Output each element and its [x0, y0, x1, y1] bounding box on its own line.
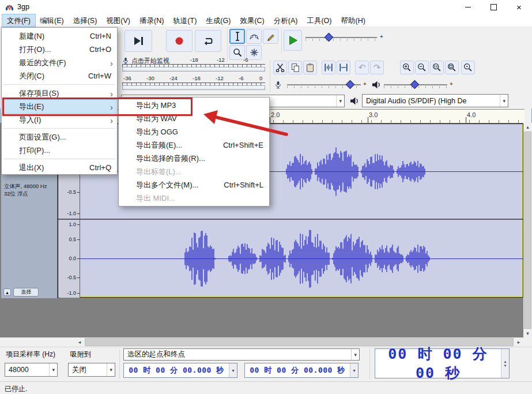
trim-audio-button[interactable] — [322, 61, 335, 74]
menu-item-export-multiple[interactable]: 导出多个文件(M)...Ctrl+Shift+L — [119, 178, 269, 192]
menu-item-export[interactable]: 导出(E)› — [2, 100, 117, 113]
redo-button[interactable]: ↷ — [370, 61, 384, 74]
meter-scale-tick: -36 — [123, 75, 131, 81]
menu-analyze[interactable]: 分析(A) — [269, 14, 303, 27]
selection-end-field[interactable]: 00 时 00 分 00.000 秒 ▾ — [244, 363, 359, 378]
menu-generate[interactable]: 生成(G) — [201, 14, 235, 27]
undo-icon: ↶ — [359, 62, 366, 73]
maximize-button[interactable] — [481, 0, 506, 14]
menu-item-open[interactable]: 打开(O)...Ctrl+O — [2, 43, 117, 56]
audio-position-field[interactable]: 00 时 00 分 00 秒 ▴▾ — [375, 348, 510, 378]
menu-item-export-labels[interactable]: 导出标签(L)... — [119, 165, 269, 178]
menu-item-recent-files[interactable]: 最近的文件(F)› — [2, 56, 117, 69]
menu-effect[interactable]: 效果(C) — [235, 14, 269, 27]
record-icon — [174, 36, 184, 46]
track-select-button[interactable]: 选择 — [13, 288, 39, 297]
project-rate-combo[interactable]: 48000 ▾ — [5, 363, 58, 377]
playback-volume-icon — [371, 80, 382, 90]
fit-project-icon — [447, 62, 457, 73]
menu-separator — [3, 159, 115, 159]
scroll-right-button[interactable]: ▸ — [514, 337, 523, 347]
zoom-out-button[interactable] — [415, 61, 429, 74]
copy-button[interactable] — [288, 61, 302, 74]
recording-volume-icon — [274, 80, 282, 90]
meter-scale-tick: 0 — [259, 75, 262, 81]
collapse-icon: ▴ — [6, 290, 9, 295]
silence-audio-button[interactable] — [337, 61, 350, 74]
menu-tracks[interactable]: 轨道(T) — [168, 14, 201, 27]
menu-item-export-ogg[interactable]: 导出为 OGG — [119, 125, 269, 138]
scroll-left-button[interactable]: ◂ — [75, 337, 84, 347]
meter-scale-tick: -30 — [146, 75, 154, 81]
cut-button[interactable] — [273, 61, 287, 74]
menu-edit[interactable]: 编辑(E) — [35, 14, 69, 27]
zoom-toggle-button[interactable] — [461, 61, 475, 74]
envelope-tool-button[interactable] — [246, 29, 262, 44]
menu-tools[interactable]: 工具(O) — [302, 14, 336, 27]
combo-arrow-icon: ▾ — [351, 349, 359, 360]
playback-device-combo[interactable]: Digital Audio (S/PDIF) (High De ▾ — [362, 94, 508, 107]
menu-item-export-midi[interactable]: 导出 MIDI... — [119, 192, 269, 205]
meter-toolbar[interactable]: 点击开始监视 -18 -12 -6 -36 -30 -24 -18 -12 -6… — [120, 53, 267, 92]
track-collapse-button[interactable]: ▴ — [3, 288, 11, 296]
vertical-scroll-thumb[interactable] — [524, 132, 531, 329]
empty-track-space — [0, 299, 523, 337]
menu-select[interactable]: 选择(S) — [69, 14, 102, 27]
menu-separator — [3, 128, 115, 129]
paste-icon — [305, 62, 315, 73]
playback-volume-slider[interactable] — [384, 80, 447, 91]
selection-tool-button[interactable] — [229, 29, 245, 44]
menu-item-new[interactable]: 新建(N)Ctrl+N — [2, 29, 117, 43]
project-rate-label: 项目采样率 (Hz) — [6, 350, 55, 359]
menu-item-close[interactable]: 关闭(C)Ctrl+W — [2, 69, 117, 82]
minimize-button[interactable] — [455, 0, 481, 14]
snap-to-combo[interactable]: 关闭 ▾ — [68, 363, 115, 377]
skip-to-end-button[interactable] — [124, 30, 152, 52]
loop-icon — [202, 35, 214, 47]
loop-button[interactable] — [195, 30, 221, 52]
paste-button[interactable] — [303, 61, 317, 74]
play-speed-slider[interactable] — [305, 33, 377, 43]
window-title: 3gp — [17, 3, 29, 11]
spinner-icon[interactable]: ▾ — [350, 363, 358, 377]
minimize-icon — [465, 7, 471, 7]
record-button[interactable] — [166, 30, 193, 52]
selection-start-field[interactable]: 00 时 00 分 00.000 秒 ▾ — [123, 363, 237, 378]
menu-help[interactable]: 帮助(H) — [336, 14, 369, 27]
track-bitdepth-info: 32位 浮点 — [4, 190, 28, 198]
menu-item-export-wav[interactable]: 导出为 WAV — [119, 112, 269, 125]
menu-item-export-mp3[interactable]: 导出为 MP3 — [119, 99, 269, 112]
spinner-icon[interactable]: ▴▾ — [501, 349, 509, 378]
menu-item-save-project[interactable]: 保存项目(S)› — [2, 87, 117, 100]
scroll-up-button[interactable]: ▴ — [523, 123, 532, 131]
menu-item-import[interactable]: 导入(I)› — [2, 113, 117, 126]
menu-item-exit[interactable]: 退出(X)Ctrl+Q — [2, 161, 117, 174]
meter-scale-tick: -12 — [217, 57, 225, 63]
menu-item-print[interactable]: 打印(P)... — [2, 144, 117, 157]
menu-view[interactable]: 视图(V) — [101, 14, 135, 27]
audacity-logo-icon — [5, 2, 14, 12]
fit-selection-button[interactable] — [430, 61, 444, 74]
menu-item-export-selected-audio[interactable]: 导出选择的音频(R)... — [119, 152, 269, 165]
draw-tool-button[interactable] — [263, 29, 278, 44]
undo-button[interactable]: ↶ — [355, 61, 369, 74]
play-at-speed-button[interactable] — [284, 30, 302, 51]
waveform-right-channel[interactable] — [80, 220, 523, 298]
recording-volume-slider[interactable] — [287, 80, 361, 91]
meter-scale-tick: -6 — [243, 57, 248, 63]
fit-project-button[interactable] — [445, 61, 459, 74]
scroll-down-button[interactable]: ▾ — [523, 329, 532, 337]
zoom-in-button[interactable] — [400, 61, 414, 74]
close-button[interactable]: × — [506, 0, 532, 14]
selection-toolbar: 项目采样率 (Hz) 48000 ▾ 吸附到 关闭 ▾ 选区的起点和终点 ▾ 0… — [0, 347, 532, 382]
menu-item-export-audio[interactable]: 导出音频(E)...Ctrl+Shift+E — [119, 138, 269, 152]
menu-transport[interactable]: 播录(N) — [135, 14, 168, 27]
meter-scale-tick: -6 — [239, 75, 243, 81]
menu-file[interactable]: 文件(F) — [2, 14, 35, 27]
vertical-scrollbar[interactable]: ▴ ▾ — [523, 123, 532, 337]
timeline-label: 3.0 — [369, 111, 378, 118]
spinner-icon[interactable]: ▾ — [229, 363, 237, 377]
selection-mode-combo[interactable]: 选区的起点和终点 ▾ — [123, 348, 360, 361]
menu-item-page-setup[interactable]: 页面设置(G)... — [2, 130, 117, 144]
vertical-ruler-right-channel[interactable]: 1.0 0.5 0.0 -0.5 -1.0 — [59, 220, 80, 298]
